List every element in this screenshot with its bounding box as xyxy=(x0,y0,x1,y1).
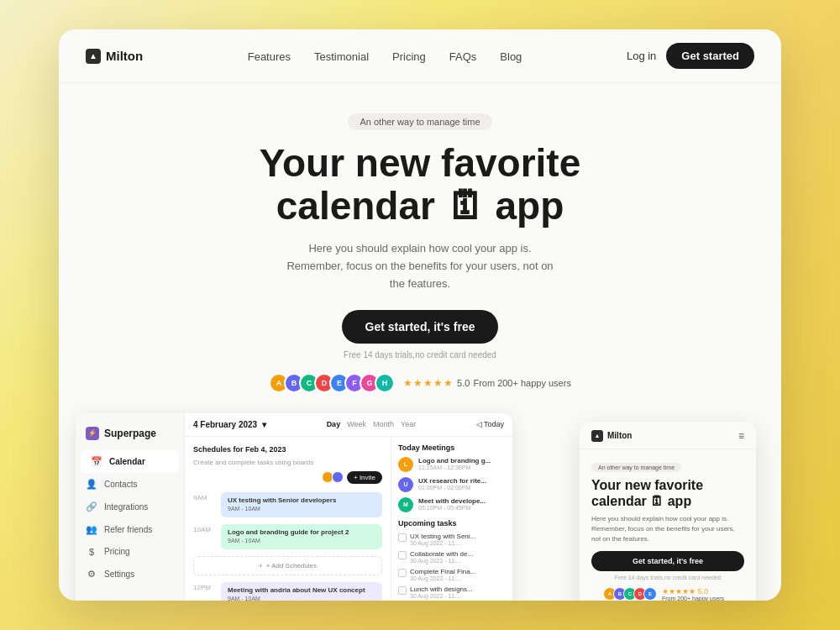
time-slot-12pm: 12PM Meeting with andria about New UX co… xyxy=(185,579,391,601)
sidebar-item-refer[interactable]: 👥 Refer friends xyxy=(76,518,184,541)
task-checkbox[interactable] xyxy=(398,533,407,542)
task-checkbox[interactable] xyxy=(398,551,407,559)
app-body: Schedules for Feb 4, 2023 Create and com… xyxy=(185,437,512,601)
avatar: H xyxy=(375,373,395,393)
schedule-toolbar: + Invite xyxy=(185,471,391,489)
task-item: Complete Final Fina... 30 Aug 2022 - 11:… xyxy=(398,568,506,581)
task-item: Lunch with designs... 30 Aug 2022 - 11:.… xyxy=(398,585,506,599)
mobile-avatar: E xyxy=(643,587,657,601)
hero-badge: An other way to manage time xyxy=(348,113,491,130)
settings-icon: ⚙ xyxy=(86,569,97,580)
tab-year[interactable]: Year xyxy=(401,420,416,428)
integrations-icon: 🔗 xyxy=(86,501,97,512)
nav-blog[interactable]: Blog xyxy=(500,50,522,63)
refer-icon: 👥 xyxy=(86,524,97,535)
mobile-hero: An other way to manage time Your new fav… xyxy=(580,449,756,601)
sidebar-label-contacts: Contacts xyxy=(104,480,137,489)
mobile-badge: An other way to manage time xyxy=(591,463,681,472)
invite-button[interactable]: + Invite xyxy=(347,471,382,484)
sidebar-brand-name: Superpage xyxy=(104,428,156,439)
hero-trial-text: Free 14 days trials,no credit card neede… xyxy=(76,350,764,360)
app-sidebar: ⚡ Superpage 📅 Calendar 👤 Contacts 🔗 Inte… xyxy=(76,413,185,601)
social-proof: A B C D E F G H ★★★★★ 5.0 From 200+ happ… xyxy=(76,373,764,393)
login-button[interactable]: Log in xyxy=(627,50,656,62)
meeting-name: UX research for rite... xyxy=(418,477,506,485)
mobile-rating-from: From 200+ happy users xyxy=(662,596,724,601)
navbar-actions: Log in Get started xyxy=(627,43,754,69)
today-meetings-title: Today Meetings xyxy=(398,444,506,452)
meetings-panel: Today Meetings L Logo and branding g... … xyxy=(391,437,512,601)
hero-section: An other way to manage time Your new fav… xyxy=(59,83,781,413)
task-checkbox[interactable] xyxy=(398,586,407,595)
tab-week[interactable]: Week xyxy=(347,420,366,428)
mobile-app-card: ▲ Milton ≡ An other way to manage time Y… xyxy=(580,422,756,601)
mobile-trial-text: Free 14 days trials,no credit card neede… xyxy=(591,575,744,580)
plus-icon: + xyxy=(259,562,263,570)
add-schedule-button[interactable]: + + Add Schedules xyxy=(193,556,382,575)
mobile-avatar-group: A B C D E xyxy=(603,587,657,601)
date-chevron-icon: ▾ xyxy=(262,420,266,429)
meeting-time: 05:10PM - 05:45PM xyxy=(418,505,506,511)
meeting-name: Meet with develope... xyxy=(418,497,506,505)
sidebar-label-calendar: Calendar xyxy=(109,457,145,466)
pricing-icon: $ xyxy=(86,547,97,557)
sidebar-item-settings[interactable]: ⚙ Settings xyxy=(76,563,184,585)
navbar: ▲ Milton Features Testimonial Pricing FA… xyxy=(59,29,781,83)
sidebar-item-calendar[interactable]: 📅 Calendar xyxy=(81,450,179,473)
view-tabs: Day Week Month Year xyxy=(327,420,417,428)
brand-icon: ▲ xyxy=(86,49,101,64)
app-main: 4 February 2023 ▾ Day Week Month Year ◁ … xyxy=(185,413,512,601)
main-card: ▲ Milton Features Testimonial Pricing FA… xyxy=(59,29,781,601)
event-logo-branding[interactable]: Logo and branding guide for project 2 9A… xyxy=(221,524,382,549)
rating-from: From 200+ happy users xyxy=(473,378,570,388)
calendar-icon: 📅 xyxy=(91,456,102,467)
sidebar-label-settings: Settings xyxy=(104,570,134,579)
sidebar-item-integrations[interactable]: 🔗 Integrations xyxy=(76,496,184,518)
mobile-rating-block: ★★★★★ 5.0 From 200+ happy users xyxy=(662,587,724,601)
sidebar-label-pricing: Pricing xyxy=(104,547,130,556)
star-icons: ★★★★★ xyxy=(403,377,454,389)
avatar-group: A B C D E F G H xyxy=(269,373,395,393)
hamburger-icon[interactable]: ≡ xyxy=(738,430,744,442)
meeting-item: L Logo and branding g... 11:15AM - 12:30… xyxy=(398,457,506,472)
time-slot-9am: 9AM UX testing with Senior developers 9A… xyxy=(185,489,391,521)
preview-area: ⚡ Superpage 📅 Calendar 👤 Contacts 🔗 Inte… xyxy=(76,413,764,601)
date-navigation[interactable]: 4 February 2023 ▾ xyxy=(193,420,266,429)
time-slot-10am: 10AM Logo and branding guide for project… xyxy=(185,521,391,553)
brand-name: Milton xyxy=(106,49,143,63)
meeting-item: U UX research for rite... 01:00PM - 02:0… xyxy=(398,477,506,492)
meeting-name: Logo and branding g... xyxy=(418,457,506,465)
meeting-avatar: U xyxy=(398,477,413,492)
mobile-title: Your new favorite calendar 🗓 app xyxy=(591,477,744,509)
nav-features[interactable]: Features xyxy=(248,50,291,63)
sidebar-item-contacts[interactable]: 👤 Contacts xyxy=(76,473,184,496)
event-ux-testing[interactable]: UX testing with Senior developers 9AM - … xyxy=(221,492,382,517)
sidebar-label-refer: Refer friends xyxy=(104,525,152,534)
mobile-cta-button[interactable]: Get started, it's free xyxy=(591,551,744,571)
schedule-subtext: Create and complete tasks using boards xyxy=(185,457,391,471)
nav-testimonial[interactable]: Testimonial xyxy=(314,50,369,63)
mobile-social-proof: A B C D E ★★★★★ 5.0 From 200+ happy user… xyxy=(591,587,744,601)
mobile-brand: ▲ Milton xyxy=(591,430,632,442)
tab-day[interactable]: Day xyxy=(327,420,341,428)
meeting-avatar: L xyxy=(398,457,413,472)
event-meeting-andria[interactable]: Meeting with andria about New UX concept… xyxy=(221,582,382,601)
task-checkbox[interactable] xyxy=(398,569,407,577)
upcoming-tasks-title: Upcoming tasks xyxy=(398,519,506,528)
today-button[interactable]: ◁ Today xyxy=(476,420,504,428)
nav-pricing[interactable]: Pricing xyxy=(392,50,426,63)
get-started-nav-button[interactable]: Get started xyxy=(666,43,754,69)
mobile-stars: ★★★★★ 5.0 xyxy=(662,587,724,596)
sidebar-brand: ⚡ Superpage xyxy=(76,423,184,450)
hero-subtitle: Here you should explain how cool your ap… xyxy=(286,240,554,292)
nav-faqs[interactable]: FAQs xyxy=(449,50,477,63)
mobile-navbar: ▲ Milton ≡ xyxy=(580,422,756,449)
nav-links: Features Testimonial Pricing FAQs Blog xyxy=(248,49,522,64)
meeting-avatar: M xyxy=(398,497,413,512)
sidebar-brand-icon: ⚡ xyxy=(86,427,99,440)
current-date: 4 February 2023 xyxy=(193,420,257,429)
tab-month[interactable]: Month xyxy=(373,420,394,428)
hero-cta-button[interactable]: Get started, it's free xyxy=(342,310,499,344)
sidebar-item-pricing[interactable]: $ Pricing xyxy=(76,541,184,563)
brand-logo[interactable]: ▲ Milton xyxy=(86,49,143,64)
